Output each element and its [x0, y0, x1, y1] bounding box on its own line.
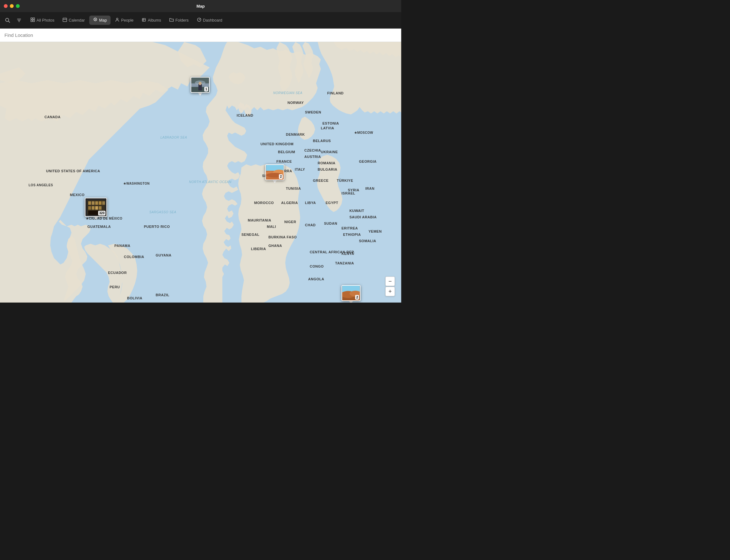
minimize-button[interactable] — [10, 4, 14, 8]
photo-pin-africa-south[interactable]: 2 — [342, 285, 361, 303]
svg-point-14 — [95, 19, 96, 20]
filter-button[interactable] — [14, 16, 24, 25]
all-photos-icon — [31, 17, 35, 23]
all-photos-label: All Photos — [37, 18, 54, 23]
pin-count-spain: 2 — [279, 174, 283, 179]
albums-icon — [142, 17, 146, 23]
svg-rect-5 — [31, 18, 32, 19]
svg-rect-37 — [95, 201, 98, 205]
photo-pin-mexico-city[interactable]: 320 — [85, 198, 107, 220]
tab-map[interactable]: Map — [89, 16, 111, 25]
dashboard-icon — [197, 17, 201, 23]
svg-rect-35 — [88, 201, 91, 205]
tab-albums[interactable]: Albums — [138, 16, 165, 25]
tab-all-photos[interactable]: All Photos — [27, 16, 58, 25]
albums-label: Albums — [148, 18, 161, 23]
tab-dashboard[interactable]: Dashboard — [193, 16, 226, 25]
svg-point-0 — [6, 18, 9, 21]
svg-rect-43 — [99, 206, 102, 210]
pin-tail-spain — [273, 180, 277, 183]
tab-people[interactable]: People — [111, 16, 137, 25]
svg-point-20 — [199, 19, 200, 20]
folders-icon — [169, 17, 174, 23]
zoom-in-button[interactable]: + — [385, 287, 395, 296]
dashboard-label: Dashboard — [203, 18, 222, 23]
people-label: People — [121, 18, 133, 23]
svg-rect-6 — [33, 18, 35, 19]
map-container: CANADAUNITED STATES OF AMERICAMEXICOGUAT… — [0, 42, 401, 303]
zoom-controls: − + — [385, 277, 395, 296]
svg-rect-39 — [102, 201, 105, 205]
svg-rect-8 — [33, 20, 35, 22]
svg-rect-7 — [31, 20, 32, 22]
svg-rect-36 — [92, 201, 95, 205]
search-button[interactable] — [3, 16, 13, 25]
maximize-button[interactable] — [16, 4, 20, 8]
window-title: Map — [197, 4, 205, 9]
svg-rect-9 — [63, 18, 67, 22]
calendar-icon — [63, 17, 67, 23]
people-icon — [115, 17, 119, 23]
close-button[interactable] — [4, 4, 8, 8]
svg-rect-40 — [88, 206, 91, 210]
pin-tail-iceland — [198, 92, 202, 96]
svg-point-27 — [199, 82, 201, 85]
photo-pin-iceland[interactable]: 1 — [191, 77, 210, 96]
tab-calendar[interactable]: Calendar — [59, 16, 89, 25]
title-bar: Map — [0, 0, 401, 12]
folders-label: Folders — [175, 18, 189, 23]
svg-point-15 — [117, 18, 118, 20]
traffic-lights — [4, 4, 20, 8]
photo-pin-spain[interactable]: 2 — [265, 164, 284, 183]
nav-bar: All PhotosCalendarMapPeopleAlbumsFolders… — [0, 12, 401, 29]
zoom-out-button[interactable]: − — [385, 277, 395, 286]
map-label: Map — [99, 18, 107, 23]
location-search-input[interactable] — [4, 32, 397, 38]
pin-count-mexico-city: 320 — [98, 211, 106, 215]
nav-left-icons — [3, 16, 24, 25]
pin-count-iceland: 1 — [204, 87, 208, 92]
search-bar — [0, 29, 401, 42]
calendar-label: Calendar — [69, 18, 85, 23]
tab-folders[interactable]: Folders — [166, 16, 193, 25]
svg-rect-41 — [92, 206, 95, 210]
pin-tail-mexico-city — [94, 216, 98, 220]
svg-line-1 — [9, 21, 10, 23]
map-icon — [93, 17, 98, 23]
pin-count-africa-south: 2 — [355, 295, 359, 300]
nav-tabs: All PhotosCalendarMapPeopleAlbumsFolders… — [27, 16, 226, 25]
svg-rect-42 — [95, 206, 98, 210]
svg-rect-38 — [99, 201, 102, 205]
